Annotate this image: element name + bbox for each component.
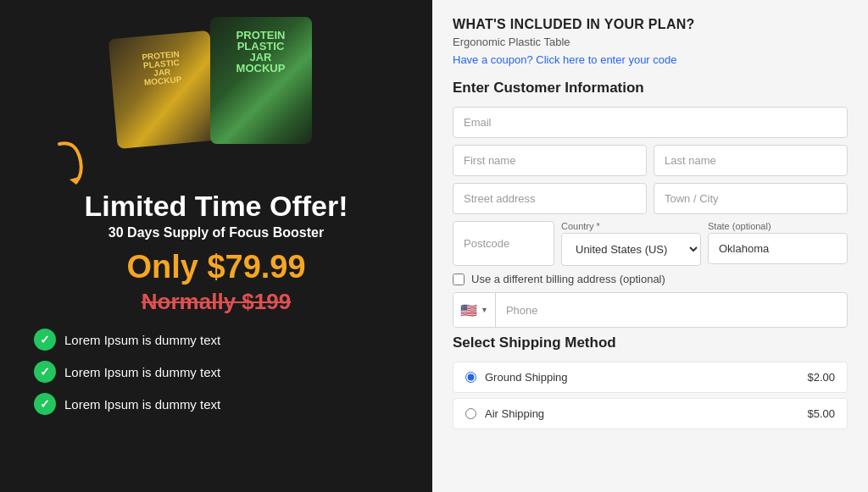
features-list: ✓ Lorem Ipsum is dummy text ✓ Lorem Ipsu… — [25, 329, 407, 415]
right-panel: WHAT'S INCLUDED IN YOUR PLAN? Ergonomic … — [432, 0, 868, 492]
plan-title: WHAT'S INCLUDED IN YOUR PLAN? — [453, 17, 848, 32]
left-panel: PROTEINPLASTICJARMOCKUP PROTEINPLASTICJA… — [0, 0, 432, 492]
shipping-option-ground[interactable]: Ground Shipping $2.00 — [453, 362, 848, 393]
ground-shipping-label: Ground Shipping — [485, 371, 807, 384]
address-row — [453, 183, 848, 214]
country-container: Country * United States (US) — [561, 221, 701, 266]
shipping-section-title: Select Shipping Method — [453, 334, 848, 351]
postcode-field[interactable] — [453, 221, 554, 266]
flag-select[interactable]: 🇺🇸 ▼ — [453, 293, 496, 327]
ground-shipping-price: $2.00 — [807, 371, 835, 384]
phone-row: 🇺🇸 ▼ — [453, 292, 848, 328]
feature-item: ✓ Lorem Ipsum is dummy text — [34, 361, 407, 383]
svg-marker-0 — [70, 176, 81, 185]
price-current: Only $79.99 — [126, 249, 305, 285]
offer-title: Limited Time Offer! — [84, 191, 348, 222]
billing-label[interactable]: Use a different billing address (optiona… — [471, 273, 665, 285]
phone-field[interactable] — [496, 296, 847, 325]
product-images: PROTEINPLASTICJARMOCKUP PROTEINPLASTICJA… — [25, 8, 407, 144]
state-label: State (optional) — [708, 221, 848, 231]
email-field[interactable] — [453, 107, 848, 138]
us-flag-icon: 🇺🇸 — [460, 302, 477, 318]
air-shipping-radio[interactable] — [465, 408, 476, 419]
check-icon: ✓ — [34, 329, 56, 351]
coupon-link[interactable]: Have a coupon? Click here to enter your … — [453, 53, 848, 66]
feature-text: Lorem Ipsum is dummy text — [64, 397, 220, 412]
country-select[interactable]: United States (US) — [561, 233, 701, 266]
name-row — [453, 145, 848, 176]
street-address-field[interactable] — [453, 183, 647, 214]
feature-item: ✓ Lorem Ipsum is dummy text — [34, 329, 407, 351]
feature-text: Lorem Ipsum is dummy text — [64, 333, 220, 347]
billing-checkbox[interactable] — [453, 274, 465, 285]
state-container: State (optional) — [708, 221, 848, 266]
check-icon: ✓ — [34, 393, 56, 415]
product-green-jar: PROTEINPLASTICJARMOCKUP — [210, 17, 312, 144]
first-name-field[interactable] — [453, 145, 647, 176]
ground-shipping-radio[interactable] — [465, 372, 476, 383]
shipping-option-air[interactable]: Air Shipping $5.00 — [453, 398, 848, 429]
city-field[interactable] — [654, 183, 848, 214]
feature-text: Lorem Ipsum is dummy text — [64, 365, 220, 379]
last-name-field[interactable] — [654, 145, 848, 176]
air-shipping-label: Air Shipping — [485, 407, 807, 420]
country-label: Country * — [561, 221, 701, 231]
price-old: Normally $199 — [142, 289, 291, 315]
billing-checkbox-row: Use a different billing address (optiona… — [453, 273, 848, 285]
customer-section-title: Enter Customer Information — [453, 80, 848, 97]
feature-item: ✓ Lorem Ipsum is dummy text — [34, 393, 407, 415]
air-shipping-price: $5.00 — [807, 407, 835, 420]
state-field[interactable] — [708, 233, 848, 264]
customer-form: Country * United States (US) State (opti… — [453, 107, 848, 266]
postcode-country-row: Country * United States (US) State (opti… — [453, 221, 848, 266]
flag-chevron-icon: ▼ — [481, 306, 488, 314]
offer-subtitle: 30 Days Supply of Focus Booster — [108, 225, 324, 240]
product-gold-jar: PROTEINPLASTICJARMOCKUP — [108, 30, 219, 149]
check-icon: ✓ — [34, 361, 56, 383]
plan-product: Ergonomic Plastic Table — [453, 36, 848, 48]
